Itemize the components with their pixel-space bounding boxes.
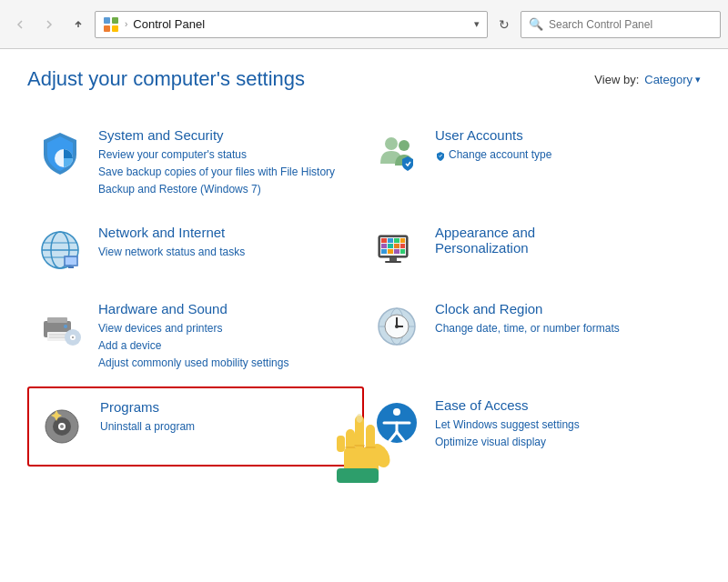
- hardware-sound-title[interactable]: Hardware and Sound: [98, 301, 349, 316]
- category-network-internet[interactable]: Network and Internet View network status…: [27, 214, 364, 290]
- ease-of-access-link-1[interactable]: Let Windows suggest settings: [435, 416, 686, 434]
- clock-region-icon: [371, 301, 422, 352]
- svg-rect-31: [385, 261, 401, 263]
- hardware-sound-text: Hardware and Sound View devices and prin…: [98, 301, 349, 373]
- svg-rect-26: [381, 249, 387, 254]
- search-bar[interactable]: 🔍: [521, 11, 721, 38]
- category-appearance[interactable]: Appearance andPersonalization: [364, 214, 701, 290]
- back-button[interactable]: [7, 12, 33, 37]
- svg-rect-25: [400, 244, 405, 248]
- svg-point-64: [393, 408, 400, 416]
- category-programs[interactable]: Programs Uninstall a program: [27, 386, 364, 467]
- up-button[interactable]: [66, 12, 91, 37]
- breadcrumb-separator: ›: [125, 19, 127, 29]
- svg-rect-14: [66, 257, 76, 265]
- programs-title[interactable]: Programs: [100, 399, 348, 415]
- svg-rect-36: [49, 336, 66, 338]
- search-input[interactable]: [549, 18, 713, 31]
- svg-rect-23: [388, 244, 393, 248]
- breadcrumb-dropdown[interactable]: ▾: [474, 18, 480, 30]
- appearance-title[interactable]: Appearance andPersonalization: [435, 225, 686, 256]
- category-ease-of-access[interactable]: Ease of Access Let Windows suggest setti…: [364, 386, 701, 467]
- svg-rect-56: [337, 436, 345, 452]
- clock-region-text: Clock and Region Change date, time, or n…: [435, 301, 686, 337]
- svg-rect-22: [381, 244, 387, 248]
- user-accounts-text: User Accounts Change account type: [435, 127, 686, 166]
- svg-rect-21: [400, 238, 405, 243]
- system-security-title[interactable]: System and Security: [98, 127, 349, 143]
- network-internet-title[interactable]: Network and Internet: [98, 225, 349, 240]
- system-security-text: System and Security Review your computer…: [98, 127, 349, 199]
- svg-point-37: [64, 325, 67, 328]
- programs-icon: [36, 399, 87, 450]
- network-internet-link-1[interactable]: View network status and tasks: [98, 244, 349, 261]
- categories-grid: System and Security Review your computer…: [27, 116, 701, 467]
- network-internet-icon: [35, 225, 86, 276]
- clock-region-link-1[interactable]: Change date, time, or number formats: [435, 320, 686, 337]
- hardware-sound-link-1[interactable]: View devices and printers: [98, 320, 349, 337]
- category-system-security[interactable]: System and Security Review your computer…: [27, 116, 364, 214]
- svg-rect-0: [104, 17, 110, 24]
- refresh-button[interactable]: ↻: [491, 12, 517, 37]
- network-internet-text: Network and Internet View network status…: [98, 225, 349, 261]
- appearance-text: Appearance andPersonalization: [435, 225, 686, 259]
- ease-of-access-icon: [371, 397, 422, 448]
- svg-rect-19: [388, 238, 393, 243]
- svg-rect-58: [337, 468, 379, 483]
- svg-rect-28: [394, 249, 399, 254]
- system-security-link-3[interactable]: Backup and Restore (Windows 7): [98, 181, 349, 198]
- system-security-link-2[interactable]: Save backup copies of your files with Fi…: [98, 164, 349, 181]
- hardware-sound-link-3[interactable]: Adjust commonly used mobility settings: [98, 355, 349, 372]
- system-security-icon: [35, 127, 86, 178]
- appearance-icon: [371, 225, 422, 276]
- view-by-dropdown[interactable]: Category: [644, 73, 701, 86]
- svg-rect-35: [49, 334, 66, 336]
- svg-point-51: [60, 425, 64, 428]
- ease-of-access-text: Ease of Access Let Windows suggest setti…: [435, 397, 686, 451]
- hardware-sound-icon: [35, 301, 86, 352]
- user-accounts-icon: [371, 127, 422, 178]
- svg-rect-20: [394, 238, 399, 243]
- svg-rect-33: [47, 317, 67, 323]
- user-accounts-link-1[interactable]: Change account type: [435, 146, 686, 166]
- clock-region-title[interactable]: Clock and Region: [435, 301, 686, 316]
- svg-point-6: [399, 140, 410, 151]
- programs-text: Programs Uninstall a program: [100, 399, 348, 436]
- svg-rect-1: [112, 17, 118, 24]
- forward-button[interactable]: [36, 12, 62, 37]
- breadcrumb-bar[interactable]: › Control Panel ▾: [95, 11, 488, 38]
- ease-of-access-title[interactable]: Ease of Access: [435, 397, 686, 413]
- svg-rect-2: [104, 25, 110, 32]
- hardware-sound-link-2[interactable]: Add a device: [98, 337, 349, 355]
- view-by-label: View by:: [594, 73, 639, 86]
- category-clock-region[interactable]: Clock and Region Change date, time, or n…: [364, 290, 701, 387]
- svg-rect-27: [388, 249, 393, 254]
- system-security-link-1[interactable]: Review your computer's status: [98, 146, 349, 164]
- svg-rect-30: [389, 257, 397, 261]
- address-bar: › Control Panel ▾ ↻ 🔍: [0, 0, 728, 49]
- view-by-container: View by: Category: [594, 73, 701, 86]
- svg-rect-15: [68, 266, 74, 268]
- main-content: Adjust your computer's settings View by:…: [0, 49, 728, 582]
- search-icon: 🔍: [529, 17, 543, 31]
- svg-point-47: [395, 325, 399, 328]
- control-panel-icon: [103, 16, 119, 33]
- page-title: Adjust your computer's settings: [27, 67, 305, 91]
- svg-rect-53: [355, 416, 364, 450]
- ease-of-access-link-2[interactable]: Optimize visual display: [435, 434, 686, 451]
- svg-point-5: [385, 137, 398, 150]
- svg-rect-29: [400, 249, 405, 254]
- user-accounts-title[interactable]: User Accounts: [435, 127, 686, 143]
- programs-link-1[interactable]: Uninstall a program: [100, 418, 348, 436]
- svg-rect-18: [381, 238, 387, 243]
- svg-point-40: [72, 336, 74, 338]
- svg-point-62: [357, 414, 363, 423]
- category-user-accounts[interactable]: User Accounts Change account type: [364, 116, 701, 214]
- page-header: Adjust your computer's settings View by:…: [27, 67, 701, 91]
- svg-rect-3: [112, 25, 118, 32]
- breadcrumb-text: Control Panel: [133, 17, 205, 31]
- category-hardware-sound[interactable]: Hardware and Sound View devices and prin…: [27, 290, 364, 387]
- svg-rect-24: [394, 244, 399, 248]
